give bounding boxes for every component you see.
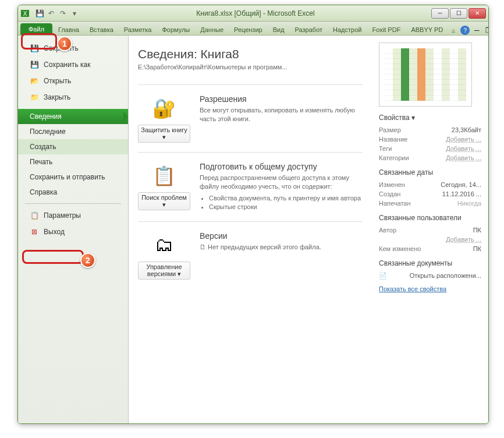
prepare-text: Перед распространением общего доступа к … bbox=[200, 174, 363, 212]
tab-view[interactable]: Вид bbox=[268, 24, 289, 35]
related-dates-header: Связанные даты bbox=[379, 168, 481, 176]
related-docs-header: Связанные документы bbox=[379, 259, 481, 267]
info-path: E:\Заработок\Копирайт\Компьютеры и прогр… bbox=[138, 63, 363, 70]
sidebar-save[interactable]: 💾Сохранить bbox=[18, 40, 128, 56]
tab-developer[interactable]: Разработ bbox=[290, 24, 327, 35]
redo-icon[interactable]: ↷ bbox=[58, 8, 68, 19]
prop-author: АвторПК bbox=[379, 225, 481, 235]
backstage-main: Сведения: Книга8 E:\Заработок\Копирайт\К… bbox=[129, 36, 488, 423]
permissions-title: Разрешения bbox=[200, 94, 363, 104]
options-icon: 📋 bbox=[30, 211, 39, 220]
tab-review[interactable]: Рецензир bbox=[229, 24, 267, 35]
check-issues-button[interactable]: 📋 Поиск проблем ▾ bbox=[138, 162, 190, 212]
tab-layout[interactable]: Разметка bbox=[119, 24, 157, 35]
prepare-item-1: Свойства документа, путь к принтеру и им… bbox=[209, 194, 363, 203]
prop-printed: НапечатанНикогда bbox=[379, 199, 481, 208]
qat-more-icon[interactable]: ▾ bbox=[69, 8, 80, 19]
section-prepare: 📋 Поиск проблем ▾ Подготовить к общему д… bbox=[138, 152, 363, 221]
tab-home[interactable]: Главна bbox=[54, 24, 84, 35]
sidebar-close[interactable]: 📁Закрыть bbox=[18, 89, 128, 105]
quick-access-toolbar: 💾 ↶ ↷ ▾ bbox=[34, 8, 80, 19]
open-folder-icon: 📂 bbox=[30, 76, 39, 86]
protect-workbook-button[interactable]: 🔐 Защитить книгу ▾ bbox=[138, 94, 190, 143]
undo-icon[interactable]: ↶ bbox=[46, 8, 56, 19]
tab-formulas[interactable]: Формулы bbox=[157, 24, 194, 35]
tab-addins[interactable]: Надстрой bbox=[328, 24, 366, 35]
sidebar-help[interactable]: Справка bbox=[18, 185, 128, 200]
backstage-content: 💾Сохранить 💾Сохранить как 📂Открыть 📁Закр… bbox=[18, 36, 488, 423]
minimize-button[interactable]: ─ bbox=[431, 8, 449, 19]
prop-size: Размер23,3Кбайт bbox=[379, 125, 481, 135]
section-versions: 🗂 Управление версиями ▾ Версии 🗋 Нет пре… bbox=[138, 221, 363, 289]
sidebar-saveas[interactable]: 💾Сохранить как bbox=[18, 56, 128, 73]
versions-icon: 🗂 bbox=[150, 231, 178, 259]
open-location-link[interactable]: 📄 Открыть расположени... bbox=[379, 271, 481, 281]
help-icon[interactable]: ? bbox=[460, 26, 470, 35]
prop-categories[interactable]: КатегорииДобавить ... bbox=[379, 153, 481, 163]
prop-title[interactable]: НазваниеДобавить ... bbox=[379, 135, 481, 144]
excel-window: X 💾 ↶ ↷ ▾ Книга8.xlsx [Общий] - Microsof… bbox=[17, 5, 489, 424]
callout-badge-1: 1 bbox=[57, 36, 72, 51]
tab-foxit[interactable]: Foxit PDF bbox=[367, 24, 405, 35]
sidebar-share[interactable]: Сохранить и отправить bbox=[18, 169, 128, 185]
properties-panel: Свойства ▾ Размер23,3Кбайт НазваниеДобав… bbox=[372, 36, 488, 423]
callout-badge-2: 2 bbox=[80, 253, 95, 268]
tab-file[interactable]: Файл bbox=[20, 23, 52, 35]
prop-add-author[interactable]: Добавить ... bbox=[379, 235, 481, 244]
properties-header[interactable]: Свойства ▾ bbox=[379, 114, 481, 122]
excel-icon: X bbox=[20, 9, 30, 18]
section-permissions: 🔐 Защитить книгу ▾ Разрешения Все могут … bbox=[138, 84, 363, 152]
ribbon-tabs: Файл Главна Вставка Разметка Формулы Дан… bbox=[18, 22, 488, 36]
backstage-sidebar: 💾Сохранить 💾Сохранить как 📂Открыть 📁Закр… bbox=[18, 36, 129, 423]
related-users-header: Связанные пользователи bbox=[379, 214, 481, 222]
sidebar-print[interactable]: Печать bbox=[18, 154, 128, 169]
show-all-properties-link[interactable]: Показать все свойства bbox=[379, 285, 481, 292]
versions-text: 🗋 Нет предыдущих версий этого файла. bbox=[200, 243, 363, 252]
sidebar-new[interactable]: Создать bbox=[18, 139, 128, 154]
exit-icon: ⊠ bbox=[30, 227, 39, 236]
sidebar-info[interactable]: Сведения bbox=[18, 109, 128, 124]
sidebar-options[interactable]: 📋Параметры bbox=[18, 207, 128, 224]
prop-modified-by: Кем измененоПК bbox=[379, 244, 481, 253]
saveas-icon: 💾 bbox=[30, 60, 39, 69]
titlebar: X 💾 ↶ ↷ ▾ Книга8.xlsx [Общий] - Microsof… bbox=[18, 5, 488, 22]
window-buttons: ─ ☐ ✕ bbox=[431, 8, 486, 19]
tab-insert[interactable]: Вставка bbox=[85, 24, 118, 35]
window-title: Книга8.xlsx [Общий] - Microsoft Excel bbox=[80, 9, 431, 17]
prop-created: Создан11.12.2016 ... bbox=[379, 189, 481, 199]
versions-title: Версии bbox=[200, 231, 363, 241]
close-button[interactable]: ✕ bbox=[468, 8, 486, 19]
close-folder-icon: 📁 bbox=[30, 93, 39, 102]
info-title: Сведения: Книга8 bbox=[138, 47, 363, 61]
info-panel: Сведения: Книга8 E:\Заработок\Копирайт\К… bbox=[129, 36, 372, 423]
clipboard-check-icon: 📋 bbox=[150, 162, 178, 190]
lock-key-icon: 🔐 bbox=[150, 94, 178, 122]
doc-minimize-icon[interactable]: ─ bbox=[472, 26, 481, 35]
tab-abbyy[interactable]: ABBYY PD bbox=[406, 24, 448, 35]
permissions-text: Все могут открывать, копировать и изменя… bbox=[200, 106, 363, 124]
tab-data[interactable]: Данные bbox=[196, 24, 228, 35]
prepare-title: Подготовить к общему доступу bbox=[200, 162, 363, 171]
prepare-item-2: Скрытые строки bbox=[209, 203, 363, 211]
ribbon-minimize-icon[interactable]: ▵ bbox=[449, 26, 458, 35]
sidebar-recent[interactable]: Последние bbox=[18, 124, 128, 139]
prop-tags[interactable]: ТегиДобавить ... bbox=[379, 144, 481, 153]
prop-modified: ИзмененСегодня, 14... bbox=[379, 180, 481, 189]
save-icon[interactable]: 💾 bbox=[34, 8, 45, 19]
svg-text:X: X bbox=[23, 10, 27, 17]
doc-restore-icon[interactable]: ❐ bbox=[484, 26, 489, 35]
manage-versions-button[interactable]: 🗂 Управление версиями ▾ bbox=[138, 231, 190, 280]
sidebar-exit[interactable]: ⊠Выход bbox=[18, 224, 128, 240]
sidebar-open[interactable]: 📂Открыть bbox=[18, 73, 128, 89]
document-preview[interactable] bbox=[379, 43, 472, 107]
save-icon: 💾 bbox=[30, 44, 39, 53]
maximize-button[interactable]: ☐ bbox=[450, 8, 467, 19]
